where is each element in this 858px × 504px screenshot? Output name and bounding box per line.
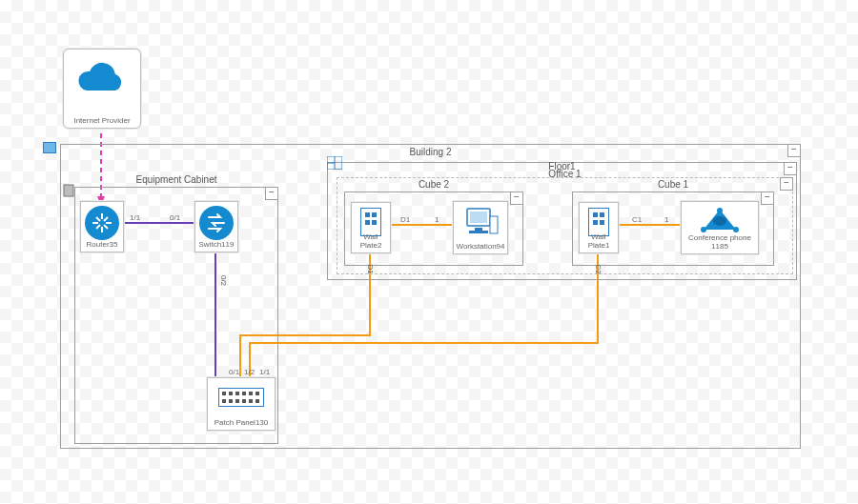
svg-rect-27 [600,212,604,217]
node-label: Conference phone 1185 [682,233,758,251]
edge-label: 1/1 [259,368,270,376]
svg-rect-14 [249,399,253,403]
collapse-toggle[interactable]: − [510,192,523,205]
edge-label: D1 [366,264,375,273]
svg-rect-28 [593,220,598,225]
router-icon [85,206,119,240]
node-switch[interactable]: Switch119 [194,201,238,252]
svg-rect-12 [235,399,239,403]
svg-rect-25 [490,216,498,233]
node-internet-provider[interactable]: Internet Provider [63,49,141,129]
svg-rect-22 [470,212,487,223]
edge-label: 1/1 [130,213,140,222]
conference-phone-icon [698,207,742,235]
svg-rect-23 [475,228,482,231]
node-label: Switch119 [195,240,237,249]
node-label: Wall Plate2 [352,232,390,250]
node-label: Workstation94 [454,242,507,251]
group-title: Building 2 [61,147,800,157]
svg-rect-4 [222,392,226,395]
svg-rect-3 [64,185,73,196]
node-router[interactable]: Router35 [80,201,124,252]
svg-point-32 [701,227,706,232]
cloud-icon [75,57,129,99]
edge-label: 1 [664,215,668,224]
node-patch-panel[interactable]: Patch Panel130 [207,377,276,431]
svg-rect-10 [222,399,226,403]
edge-label: 0/1 [229,368,239,376]
collapse-toggle[interactable]: − [265,187,278,200]
svg-rect-18 [372,212,377,217]
patch-panel-icon [218,388,264,407]
node-label: Router35 [81,240,123,249]
svg-rect-15 [255,399,259,403]
collapse-toggle[interactable]: − [787,144,801,157]
svg-rect-19 [365,220,370,225]
node-wall-plate1[interactable]: Wall Plate1 [579,202,619,253]
svg-rect-20 [372,220,377,225]
node-label: Wall Plate1 [580,232,618,250]
workstation-icon [461,207,500,237]
diagram-canvas: Internet Provider Building 2 − Equipment… [0,0,858,504]
switch-icon [199,206,234,240]
node-label: Internet Provider [64,116,140,125]
edge-label: 0/2 [219,275,228,286]
edge-label: C1 [632,215,642,224]
svg-rect-7 [242,392,246,395]
group-title: Cube 2 [345,179,522,190]
svg-rect-24 [469,231,488,233]
edge-label: 0/1 [170,213,180,222]
edge-label: 1 [435,215,439,224]
group-title: Equipment Cabinet [75,174,277,185]
building-icon [42,141,57,154]
collapse-toggle[interactable]: − [761,192,774,205]
svg-rect-13 [242,399,246,403]
svg-rect-6 [235,392,239,395]
svg-point-33 [733,227,739,232]
node-label: Patch Panel130 [208,418,275,427]
node-wall-plate2[interactable]: Wall Plate2 [351,202,391,253]
node-workstation[interactable]: Workstation94 [453,201,508,254]
svg-point-34 [717,208,723,213]
svg-rect-9 [255,392,259,395]
svg-rect-11 [229,399,233,403]
svg-rect-17 [365,212,370,217]
svg-rect-8 [249,392,253,395]
edge-label: D1 [400,215,410,224]
cabinet-icon [63,184,74,197]
floor-icon [327,156,342,170]
edge-label: C2 [594,264,603,273]
collapse-toggle[interactable]: − [780,177,793,191]
svg-point-31 [713,216,726,226]
group-title: Office 1 [337,169,792,179]
group-title: Cube 1 [573,179,773,190]
svg-rect-2 [44,143,55,152]
node-conference-phone[interactable]: Conference phone 1185 [681,201,759,254]
svg-rect-5 [229,392,233,395]
edge-label: 1/2 [244,368,255,376]
svg-rect-26 [593,212,598,217]
svg-rect-29 [600,220,604,225]
